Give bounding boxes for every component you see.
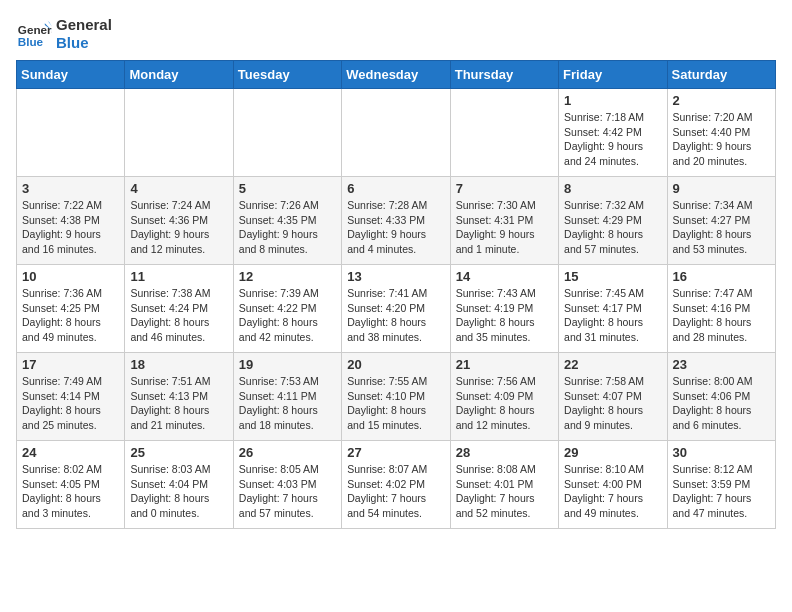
day-info: Sunrise: 8:10 AM Sunset: 4:00 PM Dayligh… — [564, 462, 661, 521]
day-info: Sunrise: 7:47 AM Sunset: 4:16 PM Dayligh… — [673, 286, 770, 345]
calendar-cell: 16Sunrise: 7:47 AM Sunset: 4:16 PM Dayli… — [667, 265, 775, 353]
calendar-cell: 8Sunrise: 7:32 AM Sunset: 4:29 PM Daylig… — [559, 177, 667, 265]
day-number: 26 — [239, 445, 336, 460]
day-header-monday: Monday — [125, 61, 233, 89]
day-header-saturday: Saturday — [667, 61, 775, 89]
calendar-cell: 15Sunrise: 7:45 AM Sunset: 4:17 PM Dayli… — [559, 265, 667, 353]
calendar-cell: 30Sunrise: 8:12 AM Sunset: 3:59 PM Dayli… — [667, 441, 775, 529]
day-header-friday: Friday — [559, 61, 667, 89]
calendar-cell — [125, 89, 233, 177]
calendar-cell: 23Sunrise: 8:00 AM Sunset: 4:06 PM Dayli… — [667, 353, 775, 441]
day-number: 17 — [22, 357, 119, 372]
day-info: Sunrise: 8:00 AM Sunset: 4:06 PM Dayligh… — [673, 374, 770, 433]
day-info: Sunrise: 7:55 AM Sunset: 4:10 PM Dayligh… — [347, 374, 444, 433]
day-number: 29 — [564, 445, 661, 460]
calendar-cell — [450, 89, 558, 177]
day-info: Sunrise: 7:30 AM Sunset: 4:31 PM Dayligh… — [456, 198, 553, 257]
logo-blue: Blue — [56, 34, 112, 52]
day-number: 5 — [239, 181, 336, 196]
day-info: Sunrise: 7:28 AM Sunset: 4:33 PM Dayligh… — [347, 198, 444, 257]
calendar-cell: 18Sunrise: 7:51 AM Sunset: 4:13 PM Dayli… — [125, 353, 233, 441]
day-number: 8 — [564, 181, 661, 196]
day-number: 30 — [673, 445, 770, 460]
calendar-cell: 19Sunrise: 7:53 AM Sunset: 4:11 PM Dayli… — [233, 353, 341, 441]
day-info: Sunrise: 7:43 AM Sunset: 4:19 PM Dayligh… — [456, 286, 553, 345]
calendar-cell — [17, 89, 125, 177]
day-number: 22 — [564, 357, 661, 372]
day-number: 13 — [347, 269, 444, 284]
day-number: 9 — [673, 181, 770, 196]
calendar-cell: 22Sunrise: 7:58 AM Sunset: 4:07 PM Dayli… — [559, 353, 667, 441]
calendar-cell: 12Sunrise: 7:39 AM Sunset: 4:22 PM Dayli… — [233, 265, 341, 353]
day-number: 25 — [130, 445, 227, 460]
calendar-cell: 6Sunrise: 7:28 AM Sunset: 4:33 PM Daylig… — [342, 177, 450, 265]
calendar-cell: 21Sunrise: 7:56 AM Sunset: 4:09 PM Dayli… — [450, 353, 558, 441]
day-info: Sunrise: 7:51 AM Sunset: 4:13 PM Dayligh… — [130, 374, 227, 433]
day-number: 21 — [456, 357, 553, 372]
day-number: 4 — [130, 181, 227, 196]
calendar-cell: 14Sunrise: 7:43 AM Sunset: 4:19 PM Dayli… — [450, 265, 558, 353]
logo-general: General — [56, 16, 112, 34]
day-info: Sunrise: 7:58 AM Sunset: 4:07 PM Dayligh… — [564, 374, 661, 433]
day-info: Sunrise: 8:08 AM Sunset: 4:01 PM Dayligh… — [456, 462, 553, 521]
calendar-cell: 29Sunrise: 8:10 AM Sunset: 4:00 PM Dayli… — [559, 441, 667, 529]
day-number: 27 — [347, 445, 444, 460]
day-number: 6 — [347, 181, 444, 196]
calendar-week-4: 17Sunrise: 7:49 AM Sunset: 4:14 PM Dayli… — [17, 353, 776, 441]
day-info: Sunrise: 8:03 AM Sunset: 4:04 PM Dayligh… — [130, 462, 227, 521]
calendar-cell: 13Sunrise: 7:41 AM Sunset: 4:20 PM Dayli… — [342, 265, 450, 353]
calendar-cell: 1Sunrise: 7:18 AM Sunset: 4:42 PM Daylig… — [559, 89, 667, 177]
calendar-week-5: 24Sunrise: 8:02 AM Sunset: 4:05 PM Dayli… — [17, 441, 776, 529]
day-number: 7 — [456, 181, 553, 196]
calendar-header-row: SundayMondayTuesdayWednesdayThursdayFrid… — [17, 61, 776, 89]
day-header-thursday: Thursday — [450, 61, 558, 89]
day-number: 12 — [239, 269, 336, 284]
calendar-cell: 5Sunrise: 7:26 AM Sunset: 4:35 PM Daylig… — [233, 177, 341, 265]
day-number: 18 — [130, 357, 227, 372]
calendar-week-1: 1Sunrise: 7:18 AM Sunset: 4:42 PM Daylig… — [17, 89, 776, 177]
calendar-cell: 20Sunrise: 7:55 AM Sunset: 4:10 PM Dayli… — [342, 353, 450, 441]
day-number: 1 — [564, 93, 661, 108]
day-info: Sunrise: 7:41 AM Sunset: 4:20 PM Dayligh… — [347, 286, 444, 345]
calendar: SundayMondayTuesdayWednesdayThursdayFrid… — [16, 60, 776, 529]
calendar-cell — [342, 89, 450, 177]
calendar-cell: 17Sunrise: 7:49 AM Sunset: 4:14 PM Dayli… — [17, 353, 125, 441]
day-number: 28 — [456, 445, 553, 460]
day-info: Sunrise: 7:32 AM Sunset: 4:29 PM Dayligh… — [564, 198, 661, 257]
calendar-cell — [233, 89, 341, 177]
day-info: Sunrise: 7:49 AM Sunset: 4:14 PM Dayligh… — [22, 374, 119, 433]
calendar-cell: 27Sunrise: 8:07 AM Sunset: 4:02 PM Dayli… — [342, 441, 450, 529]
calendar-cell: 10Sunrise: 7:36 AM Sunset: 4:25 PM Dayli… — [17, 265, 125, 353]
day-info: Sunrise: 7:45 AM Sunset: 4:17 PM Dayligh… — [564, 286, 661, 345]
calendar-cell: 25Sunrise: 8:03 AM Sunset: 4:04 PM Dayli… — [125, 441, 233, 529]
day-info: Sunrise: 7:56 AM Sunset: 4:09 PM Dayligh… — [456, 374, 553, 433]
calendar-cell: 2Sunrise: 7:20 AM Sunset: 4:40 PM Daylig… — [667, 89, 775, 177]
day-info: Sunrise: 7:38 AM Sunset: 4:24 PM Dayligh… — [130, 286, 227, 345]
calendar-week-2: 3Sunrise: 7:22 AM Sunset: 4:38 PM Daylig… — [17, 177, 776, 265]
day-number: 16 — [673, 269, 770, 284]
day-info: Sunrise: 8:05 AM Sunset: 4:03 PM Dayligh… — [239, 462, 336, 521]
calendar-cell: 4Sunrise: 7:24 AM Sunset: 4:36 PM Daylig… — [125, 177, 233, 265]
day-header-tuesday: Tuesday — [233, 61, 341, 89]
calendar-cell: 9Sunrise: 7:34 AM Sunset: 4:27 PM Daylig… — [667, 177, 775, 265]
day-info: Sunrise: 7:34 AM Sunset: 4:27 PM Dayligh… — [673, 198, 770, 257]
day-info: Sunrise: 7:24 AM Sunset: 4:36 PM Dayligh… — [130, 198, 227, 257]
calendar-cell: 24Sunrise: 8:02 AM Sunset: 4:05 PM Dayli… — [17, 441, 125, 529]
logo: General Blue General Blue — [16, 16, 112, 52]
day-info: Sunrise: 7:26 AM Sunset: 4:35 PM Dayligh… — [239, 198, 336, 257]
day-info: Sunrise: 8:12 AM Sunset: 3:59 PM Dayligh… — [673, 462, 770, 521]
day-header-wednesday: Wednesday — [342, 61, 450, 89]
day-info: Sunrise: 7:22 AM Sunset: 4:38 PM Dayligh… — [22, 198, 119, 257]
day-number: 14 — [456, 269, 553, 284]
day-number: 15 — [564, 269, 661, 284]
calendar-cell: 7Sunrise: 7:30 AM Sunset: 4:31 PM Daylig… — [450, 177, 558, 265]
day-info: Sunrise: 7:53 AM Sunset: 4:11 PM Dayligh… — [239, 374, 336, 433]
calendar-week-3: 10Sunrise: 7:36 AM Sunset: 4:25 PM Dayli… — [17, 265, 776, 353]
day-number: 20 — [347, 357, 444, 372]
day-info: Sunrise: 8:02 AM Sunset: 4:05 PM Dayligh… — [22, 462, 119, 521]
day-number: 2 — [673, 93, 770, 108]
calendar-cell: 11Sunrise: 7:38 AM Sunset: 4:24 PM Dayli… — [125, 265, 233, 353]
day-info: Sunrise: 7:18 AM Sunset: 4:42 PM Dayligh… — [564, 110, 661, 169]
day-info: Sunrise: 8:07 AM Sunset: 4:02 PM Dayligh… — [347, 462, 444, 521]
logo-icon: General Blue — [16, 16, 52, 52]
